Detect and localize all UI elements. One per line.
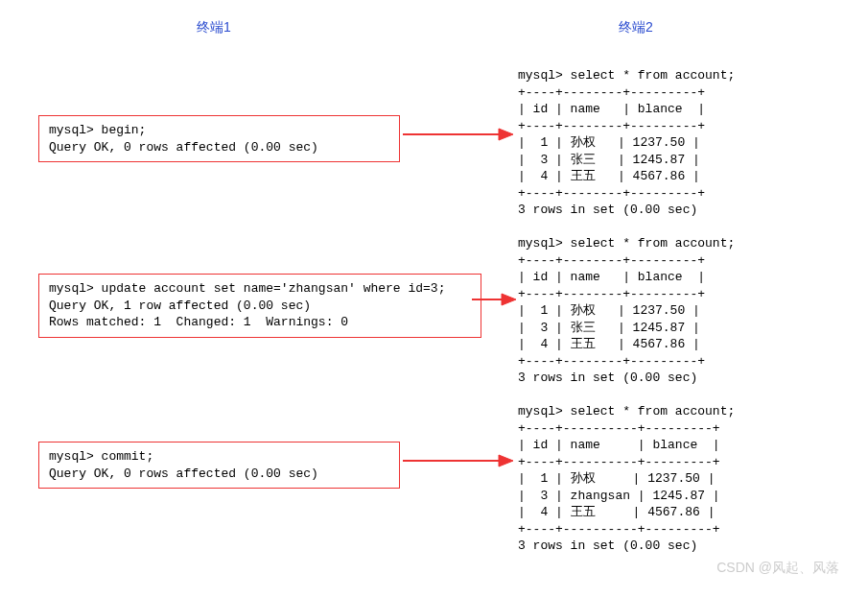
query3-output: mysql> select * from account; +----+----…	[518, 403, 735, 555]
arrow-3-icon	[403, 451, 513, 470]
document-page: 终端1 终端2 mysql> begin; Query OK, 0 rows a…	[19, 19, 849, 579]
query1-output: mysql> select * from account; +----+----…	[518, 67, 735, 219]
terminal1-header: 终端1	[197, 19, 231, 36]
svg-marker-3	[502, 294, 516, 305]
svg-marker-5	[499, 455, 513, 466]
svg-marker-1	[499, 129, 513, 140]
watermark-text: CSDN @风起、风落	[716, 560, 839, 577]
commit-command-box: mysql> commit; Query OK, 0 rows affected…	[38, 442, 400, 489]
update-command-box: mysql> update account set name='zhangsan…	[38, 274, 481, 338]
query2-output: mysql> select * from account; +----+----…	[518, 235, 735, 387]
arrow-2-icon	[472, 290, 516, 309]
terminal2-header: 终端2	[619, 19, 653, 36]
begin-command-box: mysql> begin; Query OK, 0 rows affected …	[38, 115, 400, 162]
arrow-1-icon	[403, 125, 513, 144]
